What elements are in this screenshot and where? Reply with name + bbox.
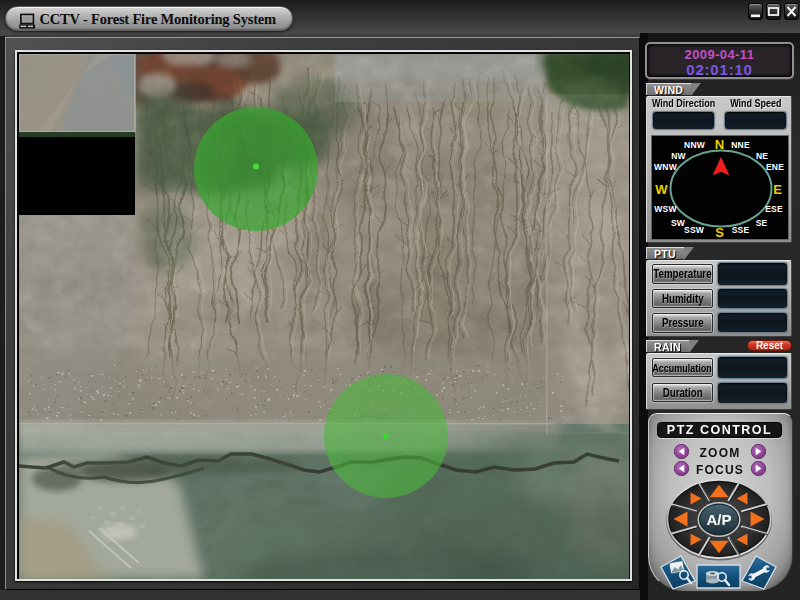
svg-text:NNW: NNW xyxy=(684,140,706,150)
svg-text:A/P: A/P xyxy=(706,511,731,528)
svg-text:SSW: SSW xyxy=(684,225,705,235)
svg-text:E: E xyxy=(773,182,782,197)
svg-text:WNW: WNW xyxy=(654,162,678,172)
svg-text:S: S xyxy=(715,225,724,240)
svg-text:W: W xyxy=(655,182,668,197)
svg-text:N: N xyxy=(715,137,724,152)
svg-text:NNE: NNE xyxy=(731,140,750,150)
svg-text:SE: SE xyxy=(756,218,768,228)
svg-text:SSE: SSE xyxy=(732,225,750,235)
svg-text:NW: NW xyxy=(671,151,686,161)
svg-text:NE: NE xyxy=(756,151,768,161)
svg-text:ENE: ENE xyxy=(766,162,784,172)
svg-text:WSW: WSW xyxy=(654,204,677,214)
svg-text:ESE: ESE xyxy=(765,204,783,214)
